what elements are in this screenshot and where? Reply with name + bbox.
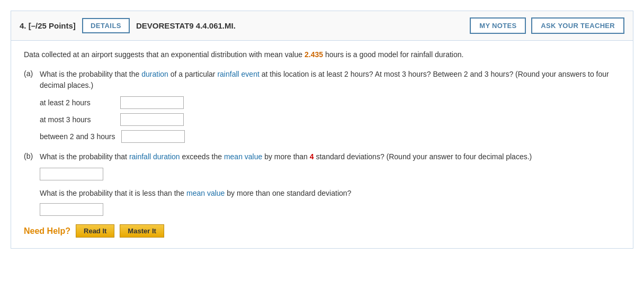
part-a-inputs: at least 2 hours at most 3 hours between… — [40, 96, 620, 143]
part-a-question: What is the probability that the duratio… — [40, 69, 620, 91]
intro-text: Data collected at an airport suggests th… — [24, 49, 620, 60]
part-a-label: (a) — [24, 69, 35, 78]
label-at-least: at least 2 hours — [40, 98, 114, 107]
mean-value-highlight: mean value — [224, 152, 262, 161]
part-b-section: (b) What is the probability that rainfal… — [24, 151, 620, 216]
input-row-at-most: at most 3 hours — [40, 113, 620, 126]
input-at-least-2-hours[interactable] — [120, 96, 184, 109]
part-b-input-1-area — [40, 168, 620, 180]
header-right-buttons: MY NOTES ASK YOUR TEACHER — [470, 17, 624, 34]
intro-text-before: Data collected at an airport suggests th… — [24, 50, 305, 59]
label-at-most: at most 3 hours — [40, 115, 114, 124]
intro-text-after: hours is a good model for rainfall durat… — [323, 50, 463, 59]
input-at-most-3-hours[interactable] — [120, 113, 184, 126]
question-code: DEVORESTAT9 4.4.061.MI. — [136, 21, 463, 30]
duration-highlight: duration — [141, 70, 168, 78]
part-b-question2: What is the probability that it is less … — [40, 188, 620, 199]
question-header: 4. [–/25 Points] DETAILS DEVORESTAT9 4.4… — [11, 11, 633, 41]
mean-val-highlight2: mean value — [186, 189, 225, 197]
number-4-highlight: 4 — [310, 152, 314, 161]
input-part-b-1[interactable] — [40, 168, 103, 180]
label-between: between 2 and 3 hours — [40, 132, 115, 141]
part-b-label: (b) — [24, 151, 35, 160]
need-help-label: Need Help? — [24, 226, 70, 236]
part-b-input-2-area — [40, 203, 620, 216]
input-between-2-3-hours[interactable] — [121, 130, 185, 143]
intro-mean-value: 2.435 — [305, 50, 323, 59]
part-a-row: (a) What is the probability that the dur… — [24, 69, 620, 91]
input-row-at-least: at least 2 hours — [40, 96, 620, 109]
rainfall-duration-highlight: rainfall duration — [129, 152, 180, 161]
master-it-button[interactable]: Master It — [120, 224, 164, 238]
input-row-between: between 2 and 3 hours — [40, 130, 620, 143]
details-button[interactable]: DETAILS — [82, 18, 130, 33]
need-help-row: Need Help? Read It Master It — [24, 224, 620, 238]
my-notes-button[interactable]: MY NOTES — [470, 17, 526, 34]
page-wrapper: 4. [–/25 Points] DETAILS DEVORESTAT9 4.4… — [0, 0, 644, 282]
ask-teacher-button[interactable]: ASK YOUR TEACHER — [531, 17, 624, 34]
question-container: 4. [–/25 Points] DETAILS DEVORESTAT9 4.4… — [11, 11, 633, 249]
input-part-b-2[interactable] — [40, 203, 103, 216]
read-it-button[interactable]: Read It — [76, 224, 114, 238]
part-b-row: (b) What is the probability that rainfal… — [24, 151, 620, 162]
question-number: 4. [–/25 Points] — [20, 21, 76, 30]
part-b-question1: What is the probability that rainfall du… — [40, 151, 620, 162]
rainfall-highlight: rainfall event — [217, 70, 259, 78]
question-body: Data collected at an airport suggests th… — [11, 41, 633, 248]
